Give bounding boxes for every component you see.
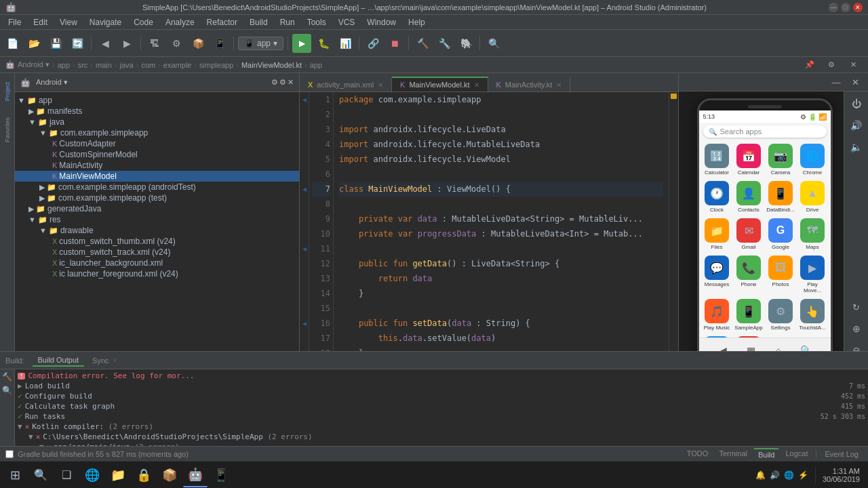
tree-drawable[interactable]: ▼ 📁 drawable bbox=[15, 225, 299, 236]
open-btn[interactable]: 📂 bbox=[24, 34, 43, 53]
tree-custom-switch-thumb[interactable]: X custom_switch_thumb.xml (v24) bbox=[15, 236, 299, 247]
app-calculator[interactable]: 🔢 Calculator bbox=[702, 142, 732, 178]
bc-file[interactable]: MainViewModel.kt bbox=[241, 61, 302, 69]
bc-example[interactable]: example bbox=[163, 61, 192, 69]
tab-build-output[interactable]: Build Output bbox=[33, 354, 85, 367]
fold-marker-7[interactable]: ◀ bbox=[300, 182, 309, 197]
minimize-btn[interactable]: — bbox=[829, 3, 838, 12]
app-play-music[interactable]: 🎵 Play Music bbox=[702, 297, 732, 333]
tab-close[interactable]: ✕ bbox=[378, 81, 383, 89]
bc-simpleapp[interactable]: simpleapp bbox=[199, 61, 233, 69]
tab-main-activity[interactable]: K MainActivity.kt ✕ bbox=[488, 78, 571, 92]
sidebar-gear-icon[interactable]: ⚙ bbox=[271, 78, 278, 87]
todo-tab[interactable]: TODO bbox=[683, 448, 713, 460]
tree-java[interactable]: ▼ 📁 java bbox=[15, 117, 299, 127]
tree-app[interactable]: ▼ 📁 app bbox=[15, 95, 299, 106]
menu-tools[interactable]: Tools bbox=[302, 16, 332, 28]
sidebar-hide-icon[interactable]: ✕ bbox=[288, 78, 294, 87]
back-btn[interactable]: ◀ bbox=[96, 34, 115, 53]
sync-tab-close[interactable]: ✕ bbox=[112, 357, 117, 364]
dropbox-taskbar-icon[interactable]: 📦 bbox=[157, 463, 182, 487]
search-taskbar-btn[interactable]: 🔍 bbox=[28, 463, 53, 487]
app-play-movies[interactable]: ▶ Play Move... bbox=[797, 253, 828, 296]
app-maps[interactable]: 🗺 Maps bbox=[797, 216, 828, 252]
menu-help[interactable]: Help bbox=[403, 16, 431, 28]
app-settings[interactable]: ⚙ Settings bbox=[766, 297, 796, 333]
bc-pin[interactable]: 📌 bbox=[800, 56, 819, 75]
settings-btn[interactable]: ⚙ bbox=[167, 34, 186, 53]
menu-build[interactable]: Build bbox=[244, 16, 273, 28]
tab-close[interactable]: ✕ bbox=[556, 81, 561, 89]
app-touchid[interactable]: 👆 TouchidA... bbox=[797, 297, 828, 333]
recent-apps-btn[interactable]: ▦ bbox=[743, 342, 759, 352]
tree-custom-switch-track[interactable]: X custom_switch_track.xml (v24) bbox=[15, 247, 299, 258]
build-row-run-tasks[interactable]: ✓ Run tasks 52 s 303 ms bbox=[18, 411, 865, 422]
sync-btn[interactable]: 🔄 bbox=[68, 34, 87, 53]
app-phone[interactable]: 📞 Phone bbox=[734, 253, 764, 296]
forward-btn[interactable]: ▶ bbox=[117, 34, 136, 53]
code-content[interactable]: package com.example.simpleapp import and… bbox=[334, 92, 669, 351]
menu-file[interactable]: File bbox=[3, 16, 26, 28]
explorer-taskbar-icon[interactable]: 📁 bbox=[106, 463, 130, 487]
menu-view[interactable]: View bbox=[54, 16, 83, 28]
stop-btn[interactable]: ⏹ bbox=[385, 34, 404, 53]
build-row-project-path[interactable]: ▼ ✕ C:\Users\Benedict\AndroidStudioProje… bbox=[18, 432, 865, 442]
new-project-btn[interactable]: 📄 bbox=[3, 34, 22, 53]
search-everywhere-btn[interactable]: 🔍 bbox=[484, 34, 503, 53]
tree-res[interactable]: ▼ 📁 res bbox=[15, 214, 299, 225]
vol-down-btn[interactable]: 🔈 bbox=[847, 138, 866, 157]
maximize-btn[interactable]: □ bbox=[841, 3, 850, 12]
tree-manifests[interactable]: ▶ 📁 manifests bbox=[15, 106, 299, 117]
app-contacts[interactable]: 👤 Contacts bbox=[734, 179, 764, 215]
lock-taskbar-icon[interactable]: 🔒 bbox=[132, 463, 156, 487]
debug-btn[interactable]: 🐛 bbox=[314, 34, 333, 53]
tree-custom-spinner[interactable]: K CustomSpinnerModel bbox=[15, 149, 299, 160]
menu-navigate[interactable]: Navigate bbox=[84, 16, 127, 28]
tab-main-viewmodel[interactable]: K MainViewModel.kt ✕ bbox=[392, 77, 488, 92]
run-btn[interactable]: ▶ bbox=[292, 34, 311, 53]
tree-test[interactable]: ▶ 📁 com.example.simpleapp (test) bbox=[15, 192, 299, 203]
app-drive[interactable]: ▲ Drive bbox=[797, 179, 828, 215]
vol-up-btn[interactable]: 🔊 bbox=[847, 116, 866, 135]
fold-marker-1[interactable]: ◀ bbox=[300, 92, 309, 107]
menu-refactor[interactable]: Refactor bbox=[201, 16, 243, 28]
app-files[interactable]: 📁 Files bbox=[702, 216, 732, 252]
chrome-taskbar-icon[interactable]: 🌐 bbox=[80, 463, 104, 487]
sidebar-settings-icon[interactable]: ⚙ bbox=[279, 78, 286, 87]
bc-com[interactable]: com bbox=[141, 61, 155, 69]
rotate-btn[interactable]: ↻ bbox=[847, 298, 866, 317]
system-clock[interactable]: 1:31 AM 30/06/2019 bbox=[817, 467, 865, 483]
gradle-checkbox[interactable] bbox=[5, 450, 14, 458]
tab-activity-main[interactable]: X activity_main.xml ✕ bbox=[300, 78, 392, 92]
save-all-btn[interactable]: 💾 bbox=[46, 34, 65, 53]
app-calendar[interactable]: 📅 Calendar bbox=[734, 142, 764, 178]
logcat-tab[interactable]: Logcat bbox=[781, 448, 812, 460]
app-photos[interactable]: 🖼 Photos bbox=[766, 253, 796, 296]
bc-app2[interactable]: app bbox=[310, 61, 322, 69]
app-chrome[interactable]: 🌐 Chrome bbox=[797, 142, 828, 178]
tree-main-viewmodel[interactable]: K MainViewModel bbox=[15, 171, 299, 182]
tree-ic-launcher-bg[interactable]: X ic_launcher_background.xml bbox=[15, 258, 299, 268]
terminal-tab[interactable]: Terminal bbox=[715, 448, 751, 460]
app-clock[interactable]: 🕐 Clock bbox=[702, 179, 732, 215]
tree-main-activity[interactable]: K MainActivity bbox=[15, 160, 299, 171]
build-row-calculate[interactable]: ✓ Calculate task graph 415 ms bbox=[18, 401, 865, 411]
project-tool-btn[interactable]: Project bbox=[1, 75, 14, 108]
back-nav-btn[interactable]: ◀ bbox=[715, 342, 732, 352]
tree-generated-java[interactable]: ▶ 📁 generatedJava bbox=[15, 203, 299, 214]
avd-manager-btn[interactable]: 📱 bbox=[210, 34, 229, 53]
menu-edit[interactable]: Edit bbox=[28, 16, 53, 28]
home-btn[interactable]: ⌂ bbox=[770, 342, 787, 352]
build-icon[interactable]: 🔨 bbox=[1, 371, 14, 383]
attach-debugger-btn[interactable]: 🔗 bbox=[363, 34, 382, 53]
code-area[interactable]: ◀ ◀ ◀ ◀ 123456 7 8910111213 bbox=[300, 92, 678, 351]
bc-gear[interactable]: ⚙ bbox=[822, 56, 841, 75]
tree-com-example[interactable]: ▼ 📁 com.example.simpleapp bbox=[15, 127, 299, 138]
build-row-configure[interactable]: ✓ Configure build 452 ms bbox=[18, 391, 865, 401]
menu-analyze[interactable]: Analyze bbox=[160, 16, 200, 28]
app-gmail[interactable]: ✉ Gmail bbox=[734, 216, 764, 252]
android-studio-taskbar-icon[interactable]: 🤖 bbox=[183, 463, 208, 487]
zoom-in-btn[interactable]: ⊕ bbox=[847, 319, 866, 338]
profile-btn[interactable]: 📊 bbox=[336, 34, 355, 53]
bc-hide[interactable]: ✕ bbox=[844, 56, 863, 75]
